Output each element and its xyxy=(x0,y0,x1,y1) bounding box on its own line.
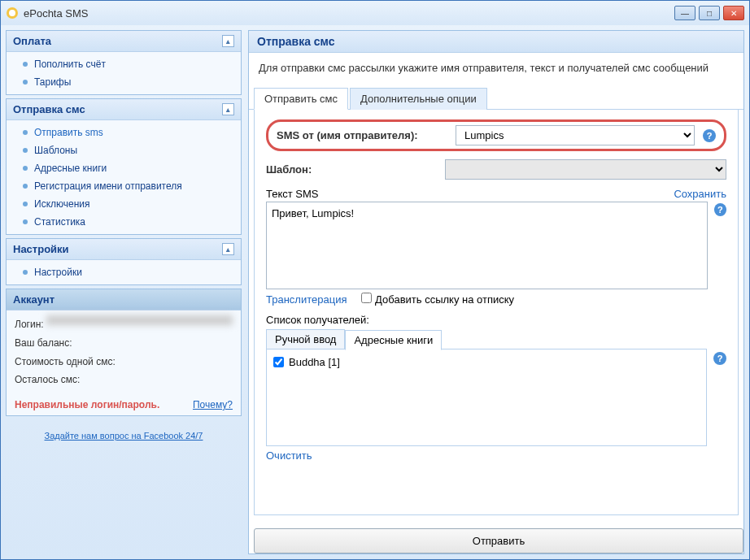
main-panel: Отправка смс Для отправки смс рассылки у… xyxy=(248,30,744,554)
sidebar: Оплата ▴ Пополнить счёт Тарифы Отправка … xyxy=(6,30,242,554)
panel-send: Отправка смс ▴ Отправить sms Шаблоны Адр… xyxy=(6,98,242,235)
translit-link[interactable]: Транслитерация xyxy=(266,293,347,306)
save-link[interactable]: Сохранить xyxy=(674,188,726,200)
main-title: Отправка смс xyxy=(249,31,743,53)
sender-row-highlight: SMS от (имя отправителя): Lumpics ? xyxy=(266,119,726,151)
collapse-icon[interactable]: ▴ xyxy=(222,103,234,115)
help-icon[interactable]: ? xyxy=(713,352,726,365)
tab-extra[interactable]: Дополнительные опции xyxy=(350,88,487,110)
text-label-row: Текст SMS Сохранить xyxy=(266,188,726,200)
tabs: Отправить смс Дополнительные опции xyxy=(249,87,743,110)
unsub-checkbox[interactable] xyxy=(361,293,372,303)
nav-topup[interactable]: Пополнить счёт xyxy=(7,55,241,73)
collapse-icon[interactable]: ▴ xyxy=(222,243,234,255)
template-row: Шаблон: xyxy=(266,159,726,180)
panel-header-payment[interactable]: Оплата ▴ xyxy=(7,31,241,52)
recipients-box: Buddha [1] xyxy=(266,349,707,446)
translit-row: Транслитерация Добавить ссылку на отписк… xyxy=(266,293,726,306)
main: Отправка смс Для отправки смс рассылки у… xyxy=(248,30,744,554)
panel-title: Настройки xyxy=(13,243,69,255)
maximize-button[interactable]: □ xyxy=(699,6,720,20)
tab-manual[interactable]: Ручной ввод xyxy=(266,329,345,349)
svg-point-1 xyxy=(9,10,15,16)
account-login-row: Логин: xyxy=(15,315,233,334)
template-select[interactable] xyxy=(445,159,726,180)
account-error: Неправильные логин/пароль. Почему? xyxy=(7,394,241,415)
help-icon[interactable]: ? xyxy=(703,129,716,142)
send-button[interactable]: Отправить xyxy=(254,528,743,553)
text-sms-label: Текст SMS xyxy=(266,188,319,200)
help-icon[interactable]: ? xyxy=(714,203,726,216)
panel-title: Отправка смс xyxy=(13,103,85,115)
panel-body: Настройки xyxy=(7,260,241,284)
textarea-wrap: ? xyxy=(266,202,726,289)
clear-link[interactable]: Очистить xyxy=(266,449,312,462)
panel-header-account: Аккаунт xyxy=(7,289,241,310)
template-label: Шаблон: xyxy=(266,163,437,176)
facebook-link[interactable]: Задайте нам вопрос на Facebook 24/7 xyxy=(6,419,242,444)
nav-address-books[interactable]: Адресные книги xyxy=(7,159,241,177)
recipients-label: Список получателей: xyxy=(266,314,726,326)
account-smscost-row: Стоимость одной смс: xyxy=(15,353,233,371)
panel-settings: Настройки ▴ Настройки xyxy=(6,238,242,285)
close-button[interactable]: ✕ xyxy=(723,6,744,20)
panel-payment: Оплата ▴ Пополнить счёт Тарифы xyxy=(6,30,242,95)
minimize-button[interactable]: — xyxy=(674,6,695,20)
recipient-item[interactable]: Buddha [1] xyxy=(273,356,700,368)
nav-send-sms[interactable]: Отправить sms xyxy=(7,124,241,141)
sms-textarea[interactable] xyxy=(266,202,708,289)
main-desc: Для отправки смс рассылки укажите имя от… xyxy=(249,53,743,87)
panel-title: Оплата xyxy=(13,35,51,47)
body: Оплата ▴ Пополнить счёт Тарифы Отправка … xyxy=(1,25,749,559)
inner-tabs: Ручной ввод Адресные книги xyxy=(266,329,707,349)
error-text: Неправильные логин/пароль. xyxy=(15,399,159,410)
account-body: Логин: Ваш баланс: Стоимость одной смс: … xyxy=(7,310,241,394)
panel-body: Пополнить счёт Тарифы xyxy=(7,52,241,94)
app-icon xyxy=(6,7,19,20)
app-window: ePochta SMS — □ ✕ Оплата ▴ Пополнить счё… xyxy=(0,0,750,560)
panel-title: Аккаунт xyxy=(13,293,55,306)
sender-select[interactable]: Lumpics xyxy=(456,125,695,145)
unsub-checkbox-label[interactable]: Добавить ссылку на отписку xyxy=(361,293,514,306)
nav-exclusions[interactable]: Исключения xyxy=(7,195,241,213)
panel-header-send[interactable]: Отправка смс ▴ xyxy=(7,99,241,120)
sender-label: SMS от (имя отправителя): xyxy=(277,129,447,141)
nav-stats[interactable]: Статистика xyxy=(7,213,241,231)
nav-tariffs[interactable]: Тарифы xyxy=(7,73,241,91)
nav-templates[interactable]: Шаблоны xyxy=(7,141,241,159)
window-buttons: — □ ✕ xyxy=(674,6,744,20)
titlebar: ePochta SMS — □ ✕ xyxy=(1,1,749,25)
why-link[interactable]: Почему? xyxy=(193,399,233,410)
panel-body: Отправить sms Шаблоны Адресные книги Рег… xyxy=(7,120,241,234)
panel-account: Аккаунт Логин: Ваш баланс: Стоимость одн… xyxy=(6,289,242,416)
nav-register-sender[interactable]: Регистрация имени отправителя xyxy=(7,177,241,195)
collapse-icon[interactable]: ▴ xyxy=(222,35,234,47)
tab-send[interactable]: Отправить смс xyxy=(254,88,348,110)
login-value xyxy=(46,315,233,325)
window-title: ePochta SMS xyxy=(24,7,674,20)
recipient-checkbox[interactable] xyxy=(273,357,284,367)
account-balance-row: Ваш баланс: xyxy=(15,334,233,353)
nav-settings[interactable]: Настройки xyxy=(7,263,241,281)
tab-content: SMS от (имя отправителя): Lumpics ? Шабл… xyxy=(254,110,739,515)
account-smsleft-row: Осталось смс: xyxy=(15,371,233,389)
panel-header-settings[interactable]: Настройки ▴ xyxy=(7,239,241,260)
tab-books[interactable]: Адресные книги xyxy=(345,330,442,350)
